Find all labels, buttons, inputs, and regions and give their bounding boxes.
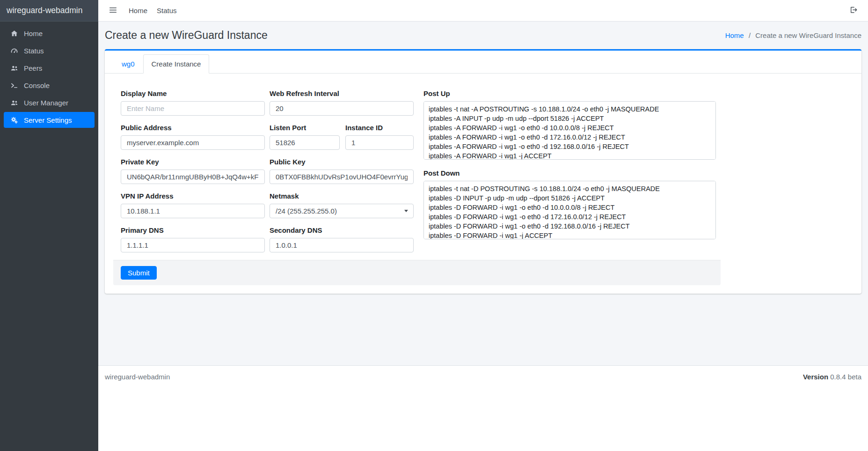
page-title: Create a new WireGuard Instance [105, 29, 268, 42]
display-name-input[interactable] [121, 101, 265, 116]
sidebar-toggle-button[interactable] [106, 4, 120, 18]
form-footer: Submit [113, 260, 721, 285]
public-key-group: Public Key [270, 158, 414, 184]
post-down-textarea[interactable]: iptables -t nat -D POSTROUTING -s 10.188… [423, 181, 716, 239]
console-icon [8, 81, 20, 89]
form-left-columns: Display Name Web Refresh Interval Public [121, 89, 414, 252]
public-key-input[interactable] [270, 170, 414, 184]
instance-id-label: Instance ID [345, 124, 414, 132]
post-up-label: Post Up [423, 89, 716, 97]
footer-brand: wireguard-webadmin [105, 373, 170, 381]
logout-button[interactable] [846, 4, 861, 17]
topnav-status-link[interactable]: Status [152, 7, 182, 15]
post-down-group: Post Down iptables -t nat -D POSTROUTING… [423, 169, 716, 241]
server-settings-icon [8, 116, 20, 124]
vpn-ip-group: VPN IP Address [121, 192, 265, 218]
listen-port-input[interactable] [270, 135, 340, 150]
instance-tabs: wg0 Create Instance [113, 54, 853, 74]
instance-id-group: Instance ID [345, 124, 414, 150]
private-key-label: Private Key [121, 158, 265, 166]
form-body: Display Name Web Refresh Interval Public [113, 82, 721, 260]
breadcrumb: Home / Create a new WireGuard Instance [725, 31, 861, 39]
instance-card: wg0 Create Instance Display Name [105, 49, 861, 294]
netmask-label: Netmask [270, 192, 414, 200]
sidebar-item-label: Server Settings [24, 116, 72, 124]
private-key-group: Private Key [121, 158, 265, 184]
submit-button[interactable]: Submit [121, 266, 157, 280]
public-address-group: Public Address [121, 124, 265, 150]
breadcrumb-separator: / [749, 31, 751, 39]
hamburger-icon [109, 6, 117, 16]
instance-id-input[interactable] [345, 135, 414, 150]
post-down-label: Post Down [423, 169, 716, 177]
page-footer: wireguard-webadmin Version 0.8.4 beta [98, 365, 868, 451]
breadcrumb-current: Create a new WireGuard Instance [755, 31, 861, 39]
sidebar-nav: Home Status Peers Console [0, 22, 98, 129]
web-refresh-interval-group: Web Refresh Interval [270, 89, 414, 116]
brand-link[interactable]: wireguard-webadmin [0, 0, 98, 22]
netmask-select[interactable]: /24 (255.255.255.0) [270, 204, 414, 218]
public-address-input[interactable] [121, 135, 265, 150]
main-column: Home Status Create a new WireGuard Insta… [98, 0, 868, 451]
sidebar-item-user-manager[interactable]: User Manager [4, 95, 95, 111]
secondary-dns-group: Secondary DNS [270, 226, 414, 252]
secondary-dns-input[interactable] [270, 238, 414, 252]
sidebar-item-label: Peers [24, 64, 42, 72]
create-instance-form: Display Name Web Refresh Interval Public [113, 82, 721, 285]
breadcrumb-home-link[interactable]: Home [725, 31, 744, 39]
secondary-dns-label: Secondary DNS [270, 226, 414, 234]
user-manager-icon [8, 99, 20, 107]
primary-dns-input[interactable] [121, 238, 265, 252]
form-right-column: Post Up iptables -t nat -A POSTROUTING -… [423, 89, 716, 252]
topbar: Home Status [98, 0, 868, 22]
sidebar-item-label: Status [24, 47, 44, 55]
logout-icon [849, 6, 858, 15]
footer-version-value: 0.8.4 beta [830, 373, 861, 381]
footer-version: Version 0.8.4 beta [803, 373, 861, 381]
primary-dns-label: Primary DNS [121, 226, 265, 234]
topnav-home-link[interactable]: Home [124, 7, 152, 15]
page-header: Create a new WireGuard Instance Home / C… [105, 29, 861, 42]
public-address-label: Public Address [121, 124, 265, 132]
content-area: Create a new WireGuard Instance Home / C… [98, 22, 868, 365]
display-name-label: Display Name [121, 89, 265, 97]
footer-version-label: Version [803, 373, 828, 381]
status-icon [8, 47, 20, 55]
web-refresh-interval-input[interactable] [270, 101, 414, 116]
sidebar-item-home[interactable]: Home [4, 25, 95, 41]
instance-tabs-header: wg0 Create Instance [105, 51, 861, 74]
vpn-ip-label: VPN IP Address [121, 192, 265, 200]
tab-wg0[interactable]: wg0 [113, 54, 143, 74]
listen-port-group: Listen Port [270, 124, 340, 150]
vpn-ip-input[interactable] [121, 204, 265, 218]
web-refresh-interval-label: Web Refresh Interval [270, 89, 414, 97]
peers-icon [8, 64, 20, 72]
port-and-id-row: Listen Port Instance ID [270, 124, 414, 150]
instance-card-body: Display Name Web Refresh Interval Public [105, 74, 861, 294]
sidebar-item-label: Home [24, 30, 43, 37]
tab-create-instance[interactable]: Create Instance [143, 54, 210, 74]
display-name-group: Display Name [121, 89, 265, 116]
netmask-select-wrap: /24 (255.255.255.0) [270, 204, 414, 218]
listen-port-label: Listen Port [270, 124, 340, 132]
sidebar-item-peers[interactable]: Peers [4, 60, 95, 76]
sidebar-item-label: Console [24, 81, 50, 89]
primary-dns-group: Primary DNS [121, 226, 265, 252]
private-key-input[interactable] [121, 170, 265, 184]
sidebar: wireguard-webadmin Home Status Peers [0, 0, 98, 451]
sidebar-item-console[interactable]: Console [4, 77, 95, 93]
public-key-label: Public Key [270, 158, 414, 166]
sidebar-item-server-settings[interactable]: Server Settings [4, 112, 95, 128]
post-up-textarea[interactable]: iptables -t nat -A POSTROUTING -s 10.188… [423, 101, 716, 160]
app-root: wireguard-webadmin Home Status Peers [0, 0, 868, 451]
sidebar-item-label: User Manager [24, 99, 68, 107]
netmask-group: Netmask /24 (255.255.255.0) [270, 192, 414, 218]
home-icon [8, 30, 20, 37]
sidebar-item-status[interactable]: Status [4, 43, 95, 59]
post-up-group: Post Up iptables -t nat -A POSTROUTING -… [423, 89, 716, 161]
